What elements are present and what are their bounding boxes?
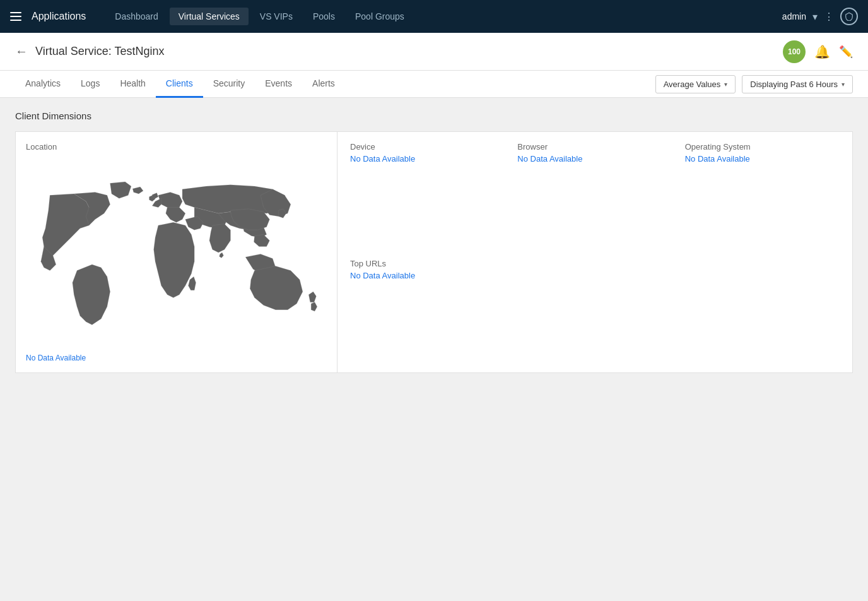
nav-right-section: admin ▾ ⋮ [782, 8, 858, 25]
tabs-bar: Analytics Logs Health Clients Security E… [0, 71, 868, 98]
world-map [26, 158, 327, 347]
health-score-badge[interactable]: 100 [783, 40, 806, 63]
nav-dashboard[interactable]: Dashboard [106, 8, 167, 25]
average-values-dropdown[interactable]: Average Values ▾ [655, 75, 736, 93]
hours-chevron-icon: ▾ [842, 81, 845, 88]
displaying-hours-dropdown[interactable]: Displaying Past 6 Hours ▾ [742, 75, 853, 93]
shield-icon[interactable] [840, 8, 858, 25]
tab-list: Analytics Logs Health Clients Security E… [15, 71, 655, 97]
tab-events[interactable]: Events [255, 71, 302, 98]
tab-health[interactable]: Health [110, 71, 155, 98]
page-title: Virtual Service: TestNginx [35, 45, 164, 58]
top-urls-label: Top URLs [350, 259, 505, 268]
os-no-data: No Data Available [685, 154, 840, 164]
admin-label: admin [782, 11, 806, 21]
sub-header: ← Virtual Service: TestNginx 100 🔔 ✏️ [0, 33, 868, 71]
client-dimensions-title: Client Dimensions [15, 110, 853, 121]
edit-icon[interactable]: ✏️ [839, 45, 853, 59]
tab-logs[interactable]: Logs [71, 71, 110, 98]
location-label: Location [26, 142, 327, 152]
os-section: Operating System No Data Available [685, 142, 840, 246]
chevron-down-icon[interactable]: ▾ [812, 11, 818, 23]
nav-links: Dashboard Virtual Services VS VIPs Pools… [106, 8, 777, 25]
browser-section: Browser No Data Available [517, 142, 672, 246]
nav-pool-groups[interactable]: Pool Groups [346, 8, 413, 25]
nav-vs-vips[interactable]: VS VIPs [251, 8, 302, 25]
browser-label: Browser [517, 142, 672, 152]
client-dimensions-layout: Location [15, 131, 853, 373]
more-options-icon[interactable]: ⋮ [824, 11, 834, 23]
top-urls-section: Top URLs No Data Available [350, 259, 505, 363]
tab-clients[interactable]: Clients [156, 71, 203, 98]
tab-alerts[interactable]: Alerts [302, 71, 345, 98]
notifications-bell-icon[interactable]: 🔔 [814, 44, 830, 59]
main-content: Client Dimensions Location [0, 98, 868, 590]
os-label: Operating System [685, 142, 840, 152]
client-data-panels: Device No Data Available Browser No Data… [337, 132, 852, 372]
top-navigation: Applications Dashboard Virtual Services … [0, 0, 868, 33]
back-button[interactable]: ← [15, 44, 28, 59]
browser-no-data: No Data Available [517, 154, 672, 164]
device-no-data: No Data Available [350, 154, 505, 164]
top-urls-no-data: No Data Available [350, 271, 505, 280]
hamburger-menu[interactable] [10, 12, 21, 21]
device-label: Device [350, 142, 505, 152]
location-panel: Location [16, 132, 337, 372]
tab-controls: Average Values ▾ Displaying Past 6 Hours… [655, 75, 853, 93]
tab-security[interactable]: Security [203, 71, 255, 98]
tab-analytics[interactable]: Analytics [15, 71, 71, 98]
header-actions: 100 🔔 ✏️ [783, 40, 853, 63]
avg-chevron-icon: ▾ [724, 81, 727, 88]
app-title: Applications [32, 11, 86, 22]
nav-pools[interactable]: Pools [304, 8, 344, 25]
location-no-data: No Data Available [26, 354, 327, 362]
device-section: Device No Data Available [350, 142, 505, 246]
nav-virtual-services[interactable]: Virtual Services [170, 8, 249, 25]
